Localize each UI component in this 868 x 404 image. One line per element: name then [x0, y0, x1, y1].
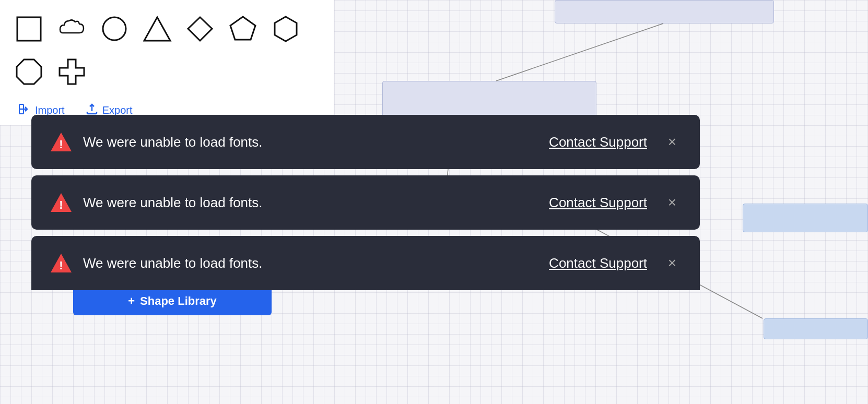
import-icon — [18, 103, 31, 118]
toast-3-warning-icon: ! — [50, 252, 73, 275]
shape-pentagon[interactable] — [225, 10, 261, 47]
toast-3-contact-support-button[interactable]: Contact Support — [549, 255, 647, 271]
toast-3-close-button[interactable]: × — [663, 254, 682, 272]
shape-library-label: Shape Library — [140, 294, 217, 308]
toast-1-contact-support-button[interactable]: Contact Support — [549, 134, 647, 150]
toast-3-message: We were unable to load fonts. — [83, 255, 538, 271]
toast-1-close-icon: × — [668, 134, 676, 150]
toast-3: ! We were unable to load fonts. Contact … — [31, 236, 700, 290]
svg-marker-6 — [188, 17, 212, 41]
toast-2-message: We were unable to load fonts. — [83, 195, 538, 211]
shape-square[interactable] — [10, 10, 47, 47]
svg-marker-8 — [275, 17, 297, 41]
shape-circle[interactable] — [96, 10, 133, 47]
svg-marker-7 — [230, 17, 255, 40]
svg-marker-5 — [144, 17, 170, 41]
toast-1-warning-icon: ! — [50, 130, 73, 153]
shape-triangle[interactable] — [139, 10, 175, 47]
toast-2-contact-support-button[interactable]: Contact Support — [549, 195, 647, 211]
shape-cloud[interactable] — [53, 10, 90, 47]
diagram-box-right-1 — [743, 204, 868, 232]
shape-library-button[interactable]: + Shape Library — [73, 287, 272, 315]
shape-cross[interactable] — [53, 53, 90, 90]
shape-diamond[interactable] — [182, 10, 218, 47]
shape-library-plus-icon: + — [128, 294, 135, 308]
diagram-box-top — [555, 0, 774, 23]
toast-1-message: We were unable to load fonts. — [83, 134, 538, 150]
shapes-grid — [10, 5, 323, 95]
toast-1-close-button[interactable]: × — [663, 133, 682, 151]
svg-point-4 — [103, 17, 126, 40]
shape-octagon[interactable] — [10, 53, 47, 90]
toast-1: ! We were unable to load fonts. Contact … — [31, 115, 700, 169]
toast-3-close-icon: × — [668, 255, 676, 271]
toast-2: ! We were unable to load fonts. Contact … — [31, 175, 700, 230]
diagram-box-middle — [382, 81, 596, 117]
sidebar: Import Export — [0, 0, 334, 125]
toast-2-warning-icon: ! — [50, 191, 73, 214]
svg-text:!: ! — [59, 138, 63, 151]
toast-container: ! We were unable to load fonts. Contact … — [31, 115, 700, 290]
shape-hexagon[interactable] — [267, 10, 304, 47]
svg-text:!: ! — [59, 198, 63, 211]
svg-rect-3 — [17, 17, 41, 41]
svg-marker-9 — [17, 60, 41, 84]
toast-2-close-icon: × — [668, 194, 676, 211]
svg-text:!: ! — [59, 259, 63, 272]
toast-2-close-button[interactable]: × — [663, 193, 682, 212]
diagram-box-right-2 — [764, 318, 868, 339]
